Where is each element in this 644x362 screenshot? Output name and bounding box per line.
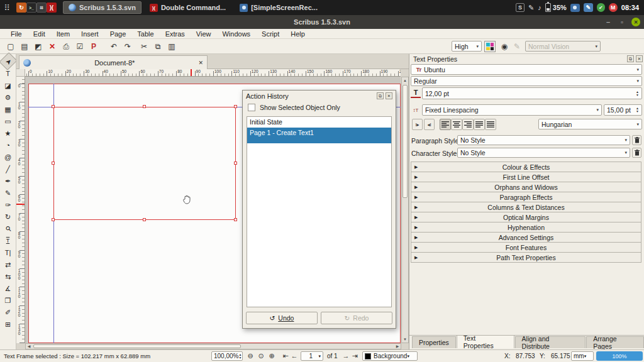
frame-handle-se[interactable] bbox=[234, 218, 237, 221]
menu-help[interactable]: Help bbox=[285, 30, 311, 38]
scroll-left-icon[interactable]: ◀ bbox=[26, 343, 32, 349]
taskbar-window-double-commander[interactable]: )( Double Command... bbox=[144, 1, 231, 14]
linespacing-value-input[interactable]: 15,00 pt ▲▼ bbox=[604, 104, 642, 116]
tool-insert-shape[interactable]: ▭ bbox=[1, 115, 15, 127]
undo-icon[interactable]: ↶ bbox=[108, 41, 119, 52]
remove-character-style-button[interactable] bbox=[632, 148, 641, 158]
section-colour-effects[interactable]: ▶Colour & Effects bbox=[411, 162, 641, 172]
tool-eye-dropper[interactable]: ✐ bbox=[1, 306, 15, 318]
unit-select[interactable]: mm ▾ bbox=[571, 351, 594, 361]
tool-insert-line[interactable]: ╱ bbox=[1, 163, 15, 175]
section-first-line-offset[interactable]: ▶First Line Offset bbox=[411, 172, 641, 182]
direction-ltr-button[interactable]: I▸ bbox=[412, 119, 423, 130]
scroll-up-icon[interactable]: ▲ bbox=[402, 77, 408, 84]
zoom-out-icon[interactable]: ⊖ bbox=[245, 351, 255, 361]
double-commander-launcher-icon[interactable]: )( bbox=[47, 3, 57, 13]
show-selected-only-checkbox[interactable] bbox=[248, 104, 255, 111]
copy-icon[interactable]: ⧉ bbox=[152, 41, 164, 52]
save-document-icon[interactable]: ◩ bbox=[33, 41, 44, 52]
panel-close-icon[interactable]: ✕ bbox=[636, 55, 643, 62]
tab-align-and-distribute[interactable]: Align and Distribute bbox=[515, 336, 586, 348]
menu-view[interactable]: View bbox=[191, 30, 217, 38]
tool-copy-item-properties[interactable]: ❐ bbox=[1, 294, 15, 306]
color-management-icon[interactable] bbox=[484, 41, 496, 52]
tab-arrange-pages[interactable]: Arrange Pages bbox=[586, 336, 644, 348]
align-center-button[interactable] bbox=[451, 119, 462, 130]
section-hyphenation[interactable]: ▶Hyphenation bbox=[411, 222, 641, 233]
clock[interactable]: 08:34 bbox=[621, 4, 639, 11]
tool-insert-spiral[interactable]: @ bbox=[1, 151, 15, 163]
section-advanced-settings[interactable]: ▶Advanced Settings bbox=[411, 232, 641, 243]
cut-icon[interactable]: ✂ bbox=[138, 41, 150, 52]
layer-select[interactable]: Background ▾ bbox=[362, 351, 418, 361]
export-pdf-icon[interactable]: P bbox=[88, 41, 99, 52]
section-path-text-properties[interactable]: ▶Path Text Properties bbox=[411, 252, 641, 263]
section-paragraph-effects[interactable]: ▶Paragraph Effects bbox=[411, 192, 641, 202]
tool-unlink-text-frames[interactable]: ⇆ bbox=[1, 270, 15, 282]
dialog-float-icon[interactable]: ⧉ bbox=[377, 92, 384, 99]
tool-insert-image-frame[interactable]: ◪ bbox=[1, 79, 15, 91]
horizontal-scrollbar[interactable]: ◀ ▶ bbox=[25, 343, 401, 349]
tray-s-icon[interactable]: S bbox=[516, 3, 525, 12]
menu-file[interactable]: File bbox=[5, 30, 28, 38]
tool-pdf-tools[interactable]: ⊞ bbox=[1, 318, 15, 330]
preflight-verifier-icon[interactable]: ☑ bbox=[74, 41, 86, 52]
align-right-button[interactable] bbox=[462, 119, 474, 130]
menu-item[interactable]: Item bbox=[51, 30, 75, 38]
redo-icon[interactable]: ↷ bbox=[122, 41, 133, 52]
vertical-scrollbar-thumb[interactable] bbox=[402, 85, 408, 198]
spinner-arrows[interactable]: ▲▼ bbox=[238, 353, 242, 359]
tool-insert-freehand-line[interactable]: ✎ bbox=[1, 187, 15, 199]
new-document-icon[interactable]: ▢ bbox=[5, 41, 16, 52]
v-ruler[interactable]: 0102030405060708090100110120130 bbox=[16, 77, 25, 343]
frame-handle-nw[interactable] bbox=[52, 105, 55, 108]
character-style-select[interactable]: No Style ▾ bbox=[457, 148, 630, 158]
paragraph-style-select[interactable]: No Style ▾ bbox=[457, 135, 630, 145]
frame-handle-n[interactable] bbox=[143, 105, 146, 108]
history-item[interactable]: Initial State bbox=[247, 117, 391, 128]
tool-insert-table[interactable]: ▦ bbox=[1, 103, 15, 115]
ruler-corner[interactable] bbox=[16, 69, 25, 77]
tool-insert-calligraphic-line[interactable]: ✑ bbox=[1, 199, 15, 211]
tool-insert-polygon[interactable]: ★ bbox=[1, 127, 15, 139]
document-tab[interactable]: Document-8* ✕ bbox=[19, 55, 208, 69]
screenshot-tray-icon[interactable] bbox=[570, 4, 580, 12]
taskbar-window-scribus[interactable]: Scribus 1.5.3.svn bbox=[63, 1, 142, 14]
menu-script[interactable]: Script bbox=[256, 30, 285, 38]
zoom-100-icon[interactable]: ⊙ bbox=[256, 351, 266, 361]
window-titlebar[interactable]: Scribus 1.5.3.svn – ▫ ✕ bbox=[0, 15, 644, 29]
tool-measurements[interactable]: ∡ bbox=[1, 282, 15, 294]
tray-pen-icon[interactable]: ✎ bbox=[528, 4, 534, 12]
remove-paragraph-style-button[interactable] bbox=[632, 135, 641, 145]
applications-menu-icon[interactable]: ⠿ bbox=[1, 2, 13, 13]
frame-handle-e[interactable] bbox=[234, 162, 237, 165]
close-document-icon[interactable]: ✕ bbox=[47, 41, 58, 52]
previous-page-icon[interactable]: ← bbox=[289, 351, 299, 361]
menu-extras[interactable]: Extras bbox=[160, 30, 191, 38]
linespacing-mode-select[interactable]: Fixed Linespacing ▾ bbox=[422, 104, 602, 116]
vertical-scrollbar[interactable]: ▲ ▼ bbox=[401, 77, 409, 343]
font-family-select[interactable]: Tr Ubuntu ▾ bbox=[411, 64, 642, 75]
menu-table[interactable]: Table bbox=[131, 30, 159, 38]
page-number-input[interactable]: 1 ▾ bbox=[301, 351, 323, 361]
scroll-down-icon[interactable]: ▼ bbox=[402, 336, 408, 343]
h-ruler[interactable]: 0102030405060708090100110120130140150160… bbox=[25, 69, 401, 77]
image-quality-select[interactable]: High ▾ bbox=[452, 41, 482, 52]
section-font-features[interactable]: ▶Font Features bbox=[411, 242, 641, 253]
calculator-app-icon[interactable]: ⌗ bbox=[36, 3, 47, 13]
last-page-icon[interactable]: ⇥ bbox=[350, 351, 360, 361]
preview-mode-eye-icon[interactable]: ◉ bbox=[499, 41, 510, 52]
print-icon[interactable]: ⎙ bbox=[60, 41, 72, 52]
tool-insert-arc[interactable]: ◔ bbox=[1, 139, 15, 151]
section-orphans-widows[interactable]: ▶Orphans and Widows bbox=[411, 182, 641, 192]
tray-m-icon[interactable]: M bbox=[609, 3, 618, 12]
align-left-button[interactable] bbox=[440, 119, 451, 130]
align-justify-button[interactable] bbox=[474, 119, 485, 130]
menu-insert[interactable]: Insert bbox=[75, 30, 104, 38]
frame-handle-ne[interactable] bbox=[234, 105, 237, 108]
section-optical-margins[interactable]: ▶Optical Margins bbox=[411, 212, 641, 222]
history-list[interactable]: Initial State Page 1 - Create Text1 bbox=[247, 116, 392, 307]
menu-windows[interactable]: Windows bbox=[216, 30, 256, 38]
dialog-close-icon[interactable]: ✕ bbox=[386, 92, 392, 99]
spinner-arrows[interactable]: ▲▼ bbox=[636, 90, 639, 97]
